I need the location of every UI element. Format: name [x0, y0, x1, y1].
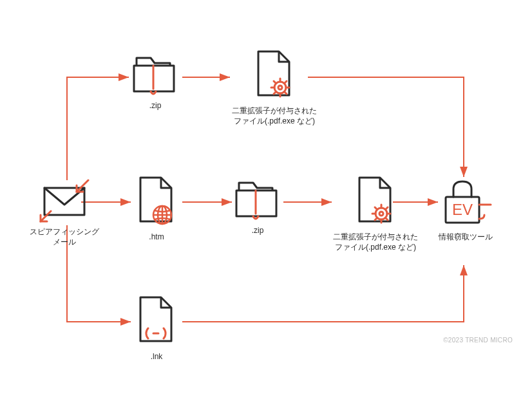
copyright-text: ©2023 TREND MICRO	[443, 337, 513, 344]
node-zip-top: .zip	[131, 54, 179, 111]
label-lnk: .lnk	[151, 351, 163, 362]
label-dblext-top: 二重拡張子が付与された ファイル(.pdf.exe など)	[232, 106, 317, 126]
node-spearphishing-mail: スピアフィッシング メール	[30, 179, 99, 247]
file-gear-icon	[353, 175, 398, 228]
label-zip-top: .zip	[149, 100, 162, 111]
node-lnk: .lnk	[134, 295, 179, 362]
label-dblext-mid: 二重拡張子が付与された ファイル(.pdf.exe など)	[333, 232, 418, 252]
label-htm: .htm	[149, 232, 164, 242]
node-htm: .htm	[134, 175, 179, 242]
label-stealer: 情報窃取ツール	[439, 232, 493, 242]
lock-ev-icon: EV	[438, 178, 493, 228]
node-info-stealer: EV 情報窃取ツール	[438, 178, 493, 242]
label-mail: スピアフィッシング メール	[30, 227, 99, 247]
label-zip-mid: .zip	[252, 225, 264, 236]
node-double-ext-mid: 二重拡張子が付与された ファイル(.pdf.exe など)	[333, 175, 418, 252]
file-globe-icon	[134, 175, 179, 228]
node-double-ext-top: 二重拡張子が付与された ファイル(.pdf.exe など)	[232, 49, 317, 126]
svg-point-8	[379, 212, 383, 216]
folder-zip-icon	[234, 179, 281, 221]
svg-point-3	[278, 86, 282, 89]
file-shortcut-icon	[134, 295, 179, 348]
folder-zip-icon	[131, 54, 179, 97]
envelope-icon	[39, 179, 90, 223]
file-gear-icon	[252, 49, 297, 102]
ev-text: EV	[452, 201, 473, 218]
node-zip-mid: .zip	[234, 179, 281, 236]
